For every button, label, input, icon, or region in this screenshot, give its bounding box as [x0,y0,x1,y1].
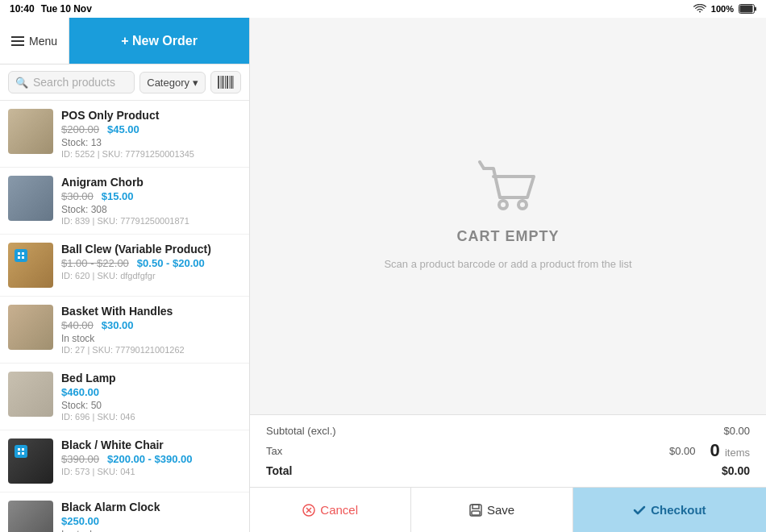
product-stock: In stock [61,529,241,532]
svg-rect-5 [223,76,224,89]
product-stock: Stock: 13 [61,137,241,148]
svg-rect-12 [22,252,24,255]
new-order-button[interactable]: + New Order [69,18,249,64]
product-item[interactable]: Ball Clew (Variable Product)$1.00 - $22.… [0,235,249,297]
search-input[interactable] [33,76,127,89]
menu-label: Menu [29,35,57,48]
product-prices: $390.00$200.00 - $390.00 [61,453,241,465]
svg-rect-3 [218,76,219,89]
cart-empty-sub: Scan a product barcode or add a product … [384,256,631,272]
svg-rect-9 [231,76,233,89]
svg-rect-17 [18,452,20,455]
product-thumbnail [8,176,53,221]
product-stock: Stock: 50 [61,400,241,411]
product-item[interactable]: POS Only Product$200.00$45.00Stock: 13ID… [0,101,249,168]
sale-price: $250.00 [61,515,99,527]
original-price: $1.00 - $22.00 [61,257,129,269]
product-item[interactable]: Basket With Handles$40.00$30.00In stockI… [0,297,249,364]
tax-value: $0.00 [669,445,696,457]
action-bar: Cancel Save Checkout [250,487,766,532]
search-input-wrap[interactable]: 🔍 [8,71,135,94]
product-name: Anigram Chorb [61,176,241,189]
svg-rect-8 [230,76,231,89]
original-price: $40.00 [61,319,94,331]
original-price: $390.00 [61,453,99,465]
search-bar: 🔍 Category ▾ [0,64,249,101]
svg-rect-4 [221,76,222,89]
sale-price: $15.00 [102,190,134,202]
product-item[interactable]: Anigram Chorb$30.00$15.00Stock: 308ID: 8… [0,168,249,235]
category-button[interactable]: Category ▾ [139,72,206,94]
product-id: ID: 573 | SKU: 041 [61,467,241,476]
cancel-button[interactable]: Cancel [250,488,411,532]
product-item[interactable]: Black / White Chair$390.00$200.00 - $390… [0,430,249,493]
product-name: Black / White Chair [61,438,241,451]
product-list: POS Only Product$200.00$45.00Stock: 13ID… [0,101,249,532]
product-id: ID: 5252 | SKU: 77791250001345 [61,149,241,159]
tax-label: Tax [266,445,282,457]
new-order-label: + New Order [121,34,198,48]
subtotal-value: $0.00 [723,425,750,437]
svg-rect-16 [22,448,24,451]
cart-icon-wrap [476,160,540,217]
tax-row: Tax $0.00 0 items [266,440,750,461]
svg-point-19 [499,201,507,209]
save-icon [469,504,482,517]
left-panel: Menu + New Order 🔍 Category ▾ [0,18,250,532]
items-label: items [725,447,750,459]
menu-button[interactable]: Menu [0,18,69,64]
product-item[interactable]: Black Alarm Clock$250.00In stock [0,493,249,532]
svg-rect-1 [755,7,756,11]
status-bar: 10:40 Tue 10 Nov 100% [0,0,766,18]
product-prices: $1.00 - $22.00$0.50 - $20.00 [61,257,241,269]
checkout-button[interactable]: Checkout [573,488,766,532]
product-thumbnail [8,372,53,417]
svg-rect-6 [225,76,226,89]
total-label: Total [266,464,292,477]
product-prices: $250.00 [61,515,241,527]
right-panel: CART EMPTY Scan a product barcode or add… [250,18,766,532]
cart-summary: Subtotal (excl.) $0.00 Tax $0.00 0 items… [250,414,766,487]
svg-rect-7 [227,76,228,89]
top-bar: Menu + New Order [0,18,249,64]
variable-badge [15,445,27,458]
svg-point-20 [518,201,527,209]
svg-rect-11 [18,252,20,255]
original-price: $30.00 [61,190,94,202]
product-info: Black Alarm Clock$250.00In stock [61,501,241,532]
cancel-icon [302,504,315,517]
barcode-button[interactable] [210,71,241,94]
svg-rect-2 [740,6,753,13]
category-label: Category [147,77,189,89]
product-name: POS Only Product [61,109,241,122]
total-value: $0.00 [722,464,750,477]
product-name: Bed Lamp [61,372,241,384]
battery-percent: 100% [711,4,734,14]
search-icon: 🔍 [15,77,28,89]
battery-icon [739,4,756,14]
svg-rect-10 [234,76,235,89]
product-id: ID: 620 | SKU: dfgdfgfgr [61,271,241,281]
svg-rect-15 [18,448,20,451]
items-count: 0 items [710,440,750,461]
product-prices: $200.00$45.00 [61,123,241,135]
cart-empty-title: CART EMPTY [457,228,560,245]
save-label: Save [487,503,514,517]
product-info: Bed Lamp$460.00Stock: 50ID: 696 | SKU: 0… [61,372,241,422]
svg-rect-13 [18,256,20,259]
subtotal-label: Subtotal (excl.) [266,425,336,437]
save-button[interactable]: Save [411,488,572,532]
product-thumbnail [8,501,53,532]
product-info: Black / White Chair$390.00$200.00 - $390… [61,438,241,476]
product-id: ID: 27 | SKU: 77790121001262 [61,345,241,355]
chevron-down-icon: ▾ [193,77,198,89]
product-item[interactable]: Bed Lamp$460.00Stock: 50ID: 696 | SKU: 0… [0,364,249,430]
sale-price: $45.00 [107,123,139,135]
product-id: ID: 839 | SKU: 77791250001871 [61,216,241,226]
svg-rect-26 [472,511,480,515]
sale-price: $200.00 - $390.00 [107,453,193,465]
checkout-label: Checkout [651,503,706,517]
cancel-label: Cancel [320,503,358,517]
empty-cart-icon [476,160,540,217]
product-thumbnail [8,109,53,154]
